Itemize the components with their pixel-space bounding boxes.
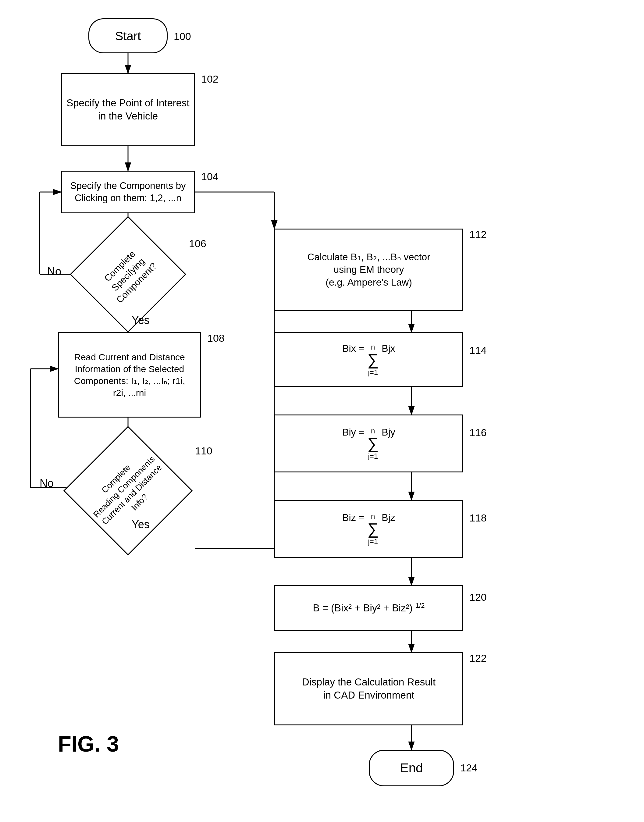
ref-118: 118: [469, 512, 487, 524]
ref-100: 100: [174, 31, 191, 42]
node-120: B = (Bix² + Biy² + Biz²) 1/2: [274, 585, 463, 631]
ref-106: 106: [189, 238, 206, 250]
node-108: Read Current and DistanceInformation of …: [58, 332, 201, 417]
figure-label: FIG. 3: [58, 732, 119, 756]
ref-114: 114: [469, 344, 487, 356]
node-122: Display the Calculation Resultin CAD Env…: [274, 652, 463, 725]
ref-120: 120: [469, 591, 487, 603]
yes-label-110: Yes: [132, 518, 150, 531]
start-node: Start: [88, 18, 168, 53]
ref-102: 102: [201, 73, 219, 85]
node-110-container: CompleteReading ComponentsCurrent and Di…: [70, 445, 186, 537]
node-112: Calculate B₁, B₂, ...Bₙ vectorusing EM t…: [274, 229, 463, 311]
ref-110: 110: [195, 445, 212, 457]
flowchart-diagram: Start 100 Specify the Point of Interest …: [0, 0, 644, 822]
yes-label-106: Yes: [132, 314, 150, 327]
node-114: Bix = n ∑ j=1 Bjx: [274, 332, 463, 387]
ref-124: 124: [460, 762, 478, 774]
node-104: Specify the Components by Clicking on th…: [61, 171, 195, 213]
ref-116: 116: [469, 427, 487, 439]
node-116: Biy = n ∑ j=1 Bjy: [274, 414, 463, 472]
ref-104: 104: [201, 171, 219, 182]
ref-112: 112: [469, 229, 487, 241]
no-label-110: No: [40, 477, 54, 490]
node-118: Biz = n ∑ j=1 Bjz: [274, 500, 463, 558]
end-node: End: [369, 750, 454, 786]
ref-122: 122: [469, 652, 487, 664]
no-label-106: No: [47, 265, 61, 278]
ref-108: 108: [207, 332, 225, 344]
node-102: Specify the Point of Interest in the Veh…: [61, 73, 195, 146]
node-106-container: CompleteSpecifyingComponent?: [76, 238, 180, 311]
